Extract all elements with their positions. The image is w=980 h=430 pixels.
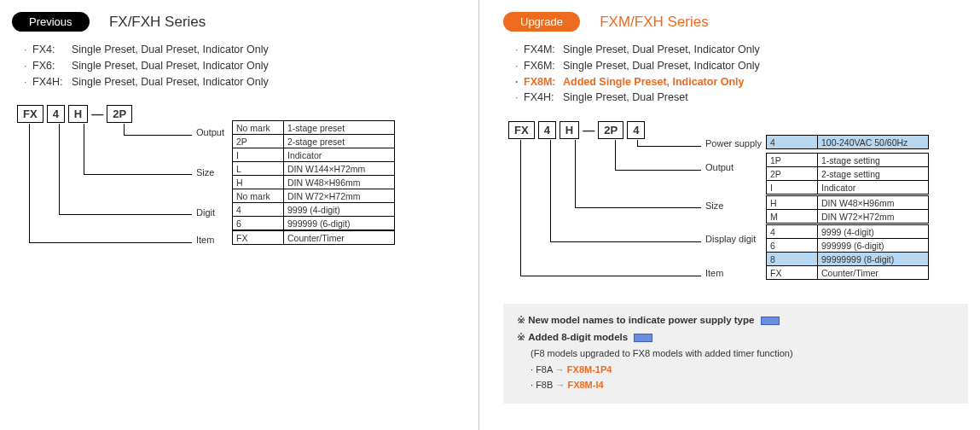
swatch-icon <box>634 334 652 342</box>
chain-item: 2P <box>107 105 132 123</box>
size-label: Size <box>196 167 214 177</box>
digit-table: 49999 (4-digit) 6999999 (6-digit) 899999… <box>766 224 929 266</box>
list-item: ·FX6:Single Preset, Dual Preset, Indicat… <box>24 58 463 74</box>
list-item: ·FX4H:Single Preset, Dual Preset <box>515 90 968 106</box>
upgrade-diagram: FX 4 H — 2P 4 Power supply Output Size D… <box>503 121 968 292</box>
output-label: Output <box>705 162 734 172</box>
notes-box: ※ New model names to indicate power supp… <box>503 304 968 404</box>
chain-item: H <box>68 105 88 123</box>
previous-badge: Previous <box>12 12 90 32</box>
model-chain: FX 4 H — 2P 4 <box>508 121 645 139</box>
power-label: Power supply <box>705 138 762 148</box>
list-item: ·FX6M:Single Preset, Dual Preset, Indica… <box>515 58 968 74</box>
list-item: ·FX4H:Single Preset, Dual Preset, Indica… <box>24 74 463 90</box>
note-2: Added 8-digit models <box>528 332 628 342</box>
chain-item: 4 <box>627 121 645 139</box>
list-item: ·FX4M:Single Preset, Dual Preset, Indica… <box>515 42 968 58</box>
output-table: No mark1-stage preset 2P2-stage preset I… <box>232 120 395 162</box>
chain-item: 2P <box>598 121 623 139</box>
size-label: Size <box>705 200 723 211</box>
chain-item: FX <box>17 105 43 123</box>
list-item: ·FX4:Single Preset, Dual Preset, Indicat… <box>24 42 463 58</box>
size-table: LDIN W144×H72mm HDIN W48×H96mm No markDI… <box>232 161 395 203</box>
list-item-highlight: ·FX8M:Added Single Preset, Indicator Onl… <box>515 74 968 90</box>
item-label: Item <box>196 235 214 245</box>
chain-item: H <box>560 121 579 139</box>
chain-item: FX <box>508 121 535 139</box>
previous-bullet-list: ·FX4:Single Preset, Dual Preset, Indicat… <box>24 42 463 90</box>
upgrade-panel: Upgrade FXM/FXH Series ·FX4M:Single Pres… <box>479 0 980 430</box>
previous-diagram: FX 4 H — 2P Output Size Digit Item No ma… <box>12 105 463 267</box>
item-table: FXCounter/Timer <box>766 265 929 280</box>
note-1: New model names to indicate power supply… <box>528 315 754 325</box>
chain-dash: — <box>91 108 103 121</box>
chain-dash: — <box>583 124 594 137</box>
previous-panel: Previous FX/FXH Series ·FX4:Single Prese… <box>0 0 479 430</box>
previous-title: FX/FXH Series <box>109 14 206 31</box>
output-table: 1P1-stage setting 2P2-stage setting IInd… <box>766 153 929 195</box>
upgrade-bullet-list: ·FX4M:Single Preset, Dual Preset, Indica… <box>515 42 968 106</box>
digit-table: 49999 (4-digit) 6999999 (6-digit) <box>232 202 395 230</box>
digit-label: Digit <box>196 207 215 218</box>
upgrade-title: FXM/FXH Series <box>600 14 709 31</box>
swatch-icon <box>761 317 780 325</box>
item-label: Item <box>705 268 723 278</box>
power-table: 4100-240VAC 50/60Hz <box>766 135 929 149</box>
output-label: Output <box>196 127 224 137</box>
size-table: HDIN W48×H96mm MDIN W72×H72mm <box>766 195 929 224</box>
model-map-row: · F8B → FX8M-I4 <box>531 377 954 393</box>
chain-item: 4 <box>538 121 556 139</box>
model-map-row: · F8A → FX8M-1P4 <box>531 362 954 378</box>
note-2-sub: (F8 models upgraded to FX8 models with a… <box>531 346 954 362</box>
digit-label: Display digit <box>705 234 756 244</box>
upgrade-badge: Upgrade <box>503 12 580 32</box>
item-table: FXCounter/Timer <box>232 230 395 245</box>
model-chain: FX 4 H — 2P <box>17 105 132 123</box>
chain-item: 4 <box>47 105 65 123</box>
